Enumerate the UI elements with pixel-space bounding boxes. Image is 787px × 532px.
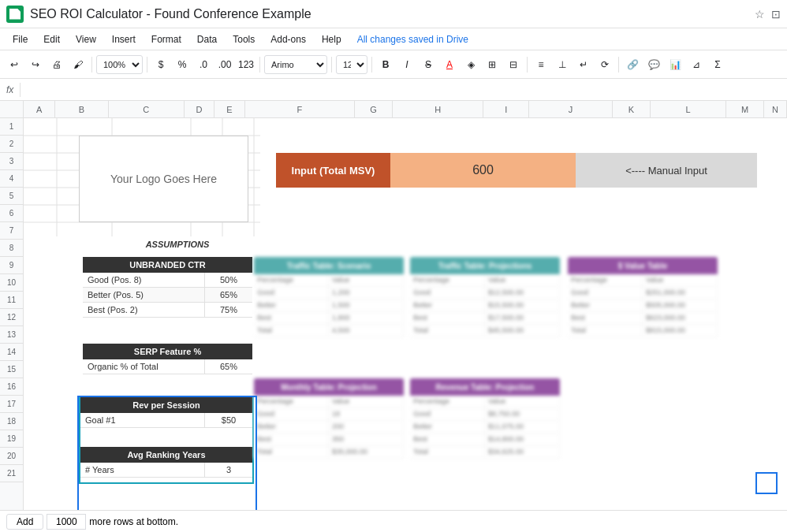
unbranded-ctr-row-3[interactable]: Best (Pos. 2) 75%: [83, 303, 252, 318]
row-num-19[interactable]: 19: [0, 430, 23, 448]
col-header-i[interactable]: I: [483, 101, 529, 117]
row-num-20[interactable]: 20: [0, 448, 23, 465]
decimal-decrease-btn[interactable]: .0: [194, 55, 213, 74]
col-header-c[interactable]: C: [109, 101, 185, 117]
menu-tools[interactable]: Tools: [226, 32, 261, 47]
row-num-7[interactable]: 7: [0, 222, 23, 240]
col-header-a[interactable]: A: [24, 101, 55, 117]
formula-bar: fx: [0, 79, 787, 101]
font-size-select[interactable]: 12: [336, 55, 367, 74]
row-num-5[interactable]: 5: [0, 188, 23, 205]
row-num-11[interactable]: 11: [0, 292, 23, 309]
drive-icon[interactable]: ⊡: [771, 8, 781, 20]
col-header-b[interactable]: B: [55, 101, 108, 117]
unbranded-ctr-header: UNBRANDED CTR: [83, 257, 252, 273]
col-header-n[interactable]: N: [764, 101, 787, 117]
add-rows-button[interactable]: Add: [6, 514, 43, 530]
rev-header: Rev per Session: [80, 397, 252, 413]
row-num-18[interactable]: 18: [0, 413, 23, 430]
row-num-9[interactable]: 9: [0, 257, 23, 274]
merge-btn[interactable]: ⊟: [504, 55, 523, 74]
row-numbers: 1 2 3 4 5 6 7 8 9 10 11 12 13 14 15 16 1…: [0, 118, 24, 510]
rotate-btn[interactable]: ⟳: [595, 55, 614, 74]
menu-addons[interactable]: Add-ons: [264, 32, 312, 47]
valign-btn[interactable]: ⊥: [553, 55, 572, 74]
toolbar-divider-4: [331, 57, 332, 73]
row-num-1[interactable]: 1: [0, 118, 23, 136]
col-header-h[interactable]: H: [393, 101, 483, 117]
serp-row-1[interactable]: Organic % of Total 65%: [83, 359, 252, 374]
print-btn[interactable]: 🖨: [47, 55, 66, 74]
menu-edit[interactable]: Edit: [37, 32, 66, 47]
decimal-increase-btn[interactable]: .00: [215, 55, 234, 74]
input-value-cell[interactable]: 600: [390, 153, 576, 188]
row-num-2[interactable]: 2: [0, 136, 23, 153]
menu-data[interactable]: Data: [191, 32, 223, 47]
fill-color-btn[interactable]: ◈: [461, 55, 480, 74]
add-rows-input[interactable]: [47, 514, 86, 530]
title-icons: ☆ ⊡: [755, 8, 781, 20]
font-select[interactable]: Arimo: [264, 55, 327, 74]
col-header-g[interactable]: G: [355, 101, 393, 117]
menu-view[interactable]: View: [69, 32, 103, 47]
grid-area: 1 2 3 4 5 6 7 8 9 10 11 12 13 14 15 16 1…: [0, 118, 787, 510]
toolbar-divider-6: [527, 57, 528, 73]
col-header-e[interactable]: E: [214, 101, 244, 117]
row-num-10[interactable]: 10: [0, 274, 23, 292]
col-header-l[interactable]: L: [651, 101, 726, 117]
menu-help[interactable]: Help: [315, 32, 348, 47]
zoom-select[interactable]: 100%: [96, 55, 143, 74]
blurred-body-3: PercentageValue Good$251,000.00 Better$5…: [568, 274, 718, 337]
paintformat-btn[interactable]: 🖌: [69, 55, 88, 74]
row-num-8[interactable]: 8: [0, 240, 23, 257]
col-header-m[interactable]: M: [726, 101, 764, 117]
star-icon[interactable]: ☆: [755, 8, 765, 20]
menu-format[interactable]: Format: [145, 32, 188, 47]
row-num-13[interactable]: 13: [0, 326, 23, 344]
rev-row-1[interactable]: Goal #1 $50: [80, 413, 252, 428]
sheets-icon: [6, 6, 24, 23]
link-btn[interactable]: 🔗: [623, 55, 642, 74]
percent-btn[interactable]: %: [173, 55, 192, 74]
format-number-btn[interactable]: 123: [237, 55, 255, 74]
chart-btn[interactable]: 📊: [666, 55, 684, 74]
col-header-j[interactable]: J: [529, 101, 613, 117]
filter-btn[interactable]: ⊿: [687, 55, 706, 74]
input-header-label: Input (Total MSV): [292, 165, 375, 177]
undo-btn[interactable]: ↩: [5, 55, 24, 74]
col-header-k[interactable]: K: [613, 101, 651, 117]
row-num-15[interactable]: 15: [0, 361, 23, 378]
strikethrough-btn[interactable]: S: [419, 55, 438, 74]
rev-value-1: $50: [205, 413, 252, 427]
toolbar-divider-3: [259, 57, 260, 73]
row-num-4[interactable]: 4: [0, 170, 23, 188]
ctr-label-1: Good (Pos. 8): [83, 273, 205, 287]
italic-btn[interactable]: I: [397, 55, 416, 74]
avg-row-1[interactable]: # Years 3: [80, 463, 252, 478]
redo-btn[interactable]: ↪: [26, 55, 45, 74]
bold-btn[interactable]: B: [376, 55, 395, 74]
bottom-bar: Add more rows at bottom.: [0, 510, 787, 532]
unbranded-ctr-row-2[interactable]: Better (Pos. 5) 65%: [83, 288, 252, 303]
row-num-21[interactable]: 21: [0, 465, 23, 482]
row-num-6[interactable]: 6: [0, 205, 23, 222]
row-num-12[interactable]: 12: [0, 309, 23, 326]
text-color-btn[interactable]: A: [440, 55, 459, 74]
row-num-14[interactable]: 14: [0, 344, 23, 361]
function-btn[interactable]: Σ: [708, 55, 727, 74]
menu-file[interactable]: File: [6, 32, 34, 47]
col-header-f[interactable]: F: [245, 101, 355, 117]
row-num-3[interactable]: 3: [0, 153, 23, 170]
comment-btn[interactable]: 💬: [644, 55, 663, 74]
unbranded-ctr-row-1[interactable]: Good (Pos. 8) 50%: [83, 273, 252, 288]
col-header-d[interactable]: D: [185, 101, 214, 117]
wrap-btn[interactable]: ↵: [574, 55, 593, 74]
menu-insert[interactable]: Insert: [106, 32, 142, 47]
currency-btn[interactable]: $: [151, 55, 170, 74]
borders-btn[interactable]: ⊞: [483, 55, 502, 74]
blurred-header-3: $ Value Table: [568, 257, 718, 274]
row-num-17[interactable]: 17: [0, 396, 23, 413]
spreadsheet-container: A B C D E F G H I J K L M N 1 2 3 4 5 6 …: [0, 101, 787, 510]
align-btn[interactable]: ≡: [532, 55, 550, 74]
row-num-16[interactable]: 16: [0, 378, 23, 396]
